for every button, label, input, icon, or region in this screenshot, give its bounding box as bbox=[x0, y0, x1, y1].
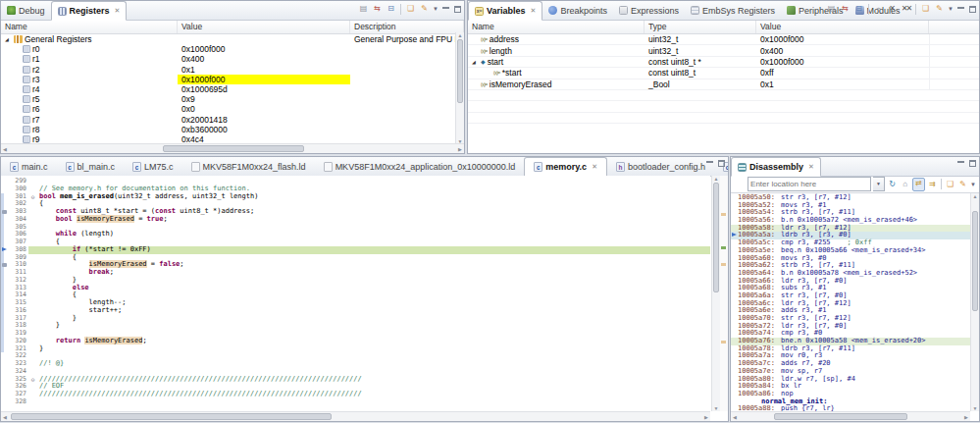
annotation-ruler[interactable] bbox=[1, 200, 10, 208]
annotation-ruler[interactable] bbox=[1, 231, 10, 238]
minimize-icon[interactable] bbox=[441, 5, 450, 14]
column-header-value[interactable]: Value bbox=[756, 21, 929, 33]
remove-icon[interactable]: ✕ bbox=[887, 3, 898, 15]
code-line[interactable]: 301⊖bool mem_is_erased(uint32_t address,… bbox=[1, 193, 710, 201]
variable-row[interactable]: (x)=*startconst uint8_t0xff bbox=[468, 68, 979, 79]
disassembly-listing[interactable]: 10005a50:str r3, [r7, #12]10005a52:movs … bbox=[731, 193, 970, 411]
scroll-up-icon[interactable]: ▲ bbox=[971, 193, 979, 199]
editor-tab-mkv58f1m0xx24-flash-ld[interactable]: MKV58F1M0xx24_flash.ld bbox=[182, 157, 315, 176]
show-type-names-icon[interactable]: ▤ bbox=[826, 3, 837, 15]
minimize-icon[interactable] bbox=[956, 5, 965, 14]
tab-breakpoints[interactable]: Breakpoints bbox=[542, 1, 613, 20]
editor-vertical-scrollbar[interactable]: ▲ ▼ bbox=[711, 176, 720, 411]
editor-horizontal-scrollbar[interactable]: ◀ ▶ bbox=[1, 411, 710, 421]
editor-tab-bl-main-c[interactable]: cbl_main.c bbox=[57, 157, 125, 176]
tab-variables[interactable]: x=Variables✕ bbox=[468, 1, 542, 21]
registers-horizontal-scrollbar[interactable]: ◀ ▶ bbox=[1, 143, 464, 153]
maximize-icon[interactable] bbox=[453, 5, 462, 14]
fold-toggle-icon[interactable]: ⊖ bbox=[28, 193, 37, 201]
tab-expressions[interactable]: Expressions bbox=[613, 1, 685, 20]
column-header-description[interactable]: Description bbox=[350, 21, 464, 33]
register-row[interactable]: r60x0 bbox=[1, 104, 464, 114]
maximize-icon[interactable] bbox=[968, 5, 977, 14]
expand-toggle-icon[interactable]: ◢ bbox=[472, 59, 479, 65]
code-line[interactable]: 313 else bbox=[1, 285, 710, 292]
editor-tab-mkv58f1m0xx24-application-0x10000000-ld[interactable]: MKV58F1M0xx24_application_0x10000000.ld bbox=[315, 157, 525, 176]
code-text[interactable]: return isMemoryErased; bbox=[37, 338, 710, 345]
variable-row[interactable]: (x)=isMemoryErased_Bool0x1 bbox=[468, 79, 979, 90]
line-number[interactable]: 328 bbox=[10, 398, 28, 406]
annotation-ruler[interactable] bbox=[1, 330, 10, 338]
column-header-value[interactable]: Value bbox=[178, 21, 350, 33]
annotation-ruler[interactable] bbox=[1, 246, 10, 254]
layout-icon[interactable]: ▤ bbox=[358, 3, 369, 15]
code-line[interactable]: 308 if (*start != 0xFF) bbox=[1, 246, 710, 254]
show-source-icon[interactable]: ⇉ bbox=[927, 179, 938, 190]
register-row[interactable]: r50x9 bbox=[1, 94, 464, 104]
collapse-all-icon[interactable]: ⊟ bbox=[386, 3, 396, 15]
code-text[interactable] bbox=[37, 398, 710, 406]
code-text[interactable]: //! @} bbox=[37, 360, 710, 368]
new-view-icon[interactable]: ❏ bbox=[945, 179, 955, 190]
close-icon[interactable]: ✕ bbox=[531, 7, 537, 15]
code-text[interactable] bbox=[37, 352, 710, 360]
scroll-left-icon[interactable]: ◀ bbox=[1, 146, 9, 152]
pin-view-icon[interactable]: ✎ bbox=[934, 3, 945, 15]
collapse-all-icon[interactable]: ⊟ bbox=[853, 3, 864, 15]
register-row[interactable]: r30x1000f000 bbox=[1, 75, 464, 84]
scroll-down-icon[interactable]: ▼ bbox=[712, 405, 720, 411]
view-menu-icon[interactable]: ▼ bbox=[948, 6, 954, 12]
view-menu-icon[interactable]: ▼ bbox=[433, 6, 438, 12]
column-header-name[interactable]: Name bbox=[1, 21, 178, 33]
scroll-up-icon[interactable]: ▲ bbox=[712, 176, 720, 182]
scroll-up-icon[interactable]: ▲ bbox=[456, 32, 464, 38]
code-text[interactable]: { bbox=[37, 291, 710, 299]
annotation-ruler[interactable] bbox=[1, 360, 10, 368]
code-line[interactable]: 327/////////////////////////////////////… bbox=[1, 391, 710, 398]
variable-row[interactable]: (x)=lengthuint32_t0x400 bbox=[468, 45, 979, 56]
annotation-ruler[interactable] bbox=[1, 307, 10, 315]
tab-disassembly[interactable]: Disassembly ✕ bbox=[731, 157, 821, 177]
tab-debug[interactable]: Debug bbox=[1, 1, 51, 20]
code-text[interactable]: ////////////////////////////////////////… bbox=[37, 376, 710, 384]
code-text[interactable]: bool mem_is_erased(uint32_t address, uin… bbox=[37, 193, 710, 201]
annotation-ruler[interactable] bbox=[1, 383, 10, 391]
close-icon[interactable]: ✕ bbox=[808, 163, 814, 171]
sync-active-context-icon[interactable]: ⇄ bbox=[912, 178, 925, 191]
maximize-icon[interactable] bbox=[968, 159, 977, 168]
annotation-ruler[interactable] bbox=[1, 315, 10, 323]
annotation-ruler[interactable] bbox=[1, 398, 10, 406]
code-text[interactable]: else bbox=[37, 285, 710, 292]
annotation-ruler[interactable] bbox=[1, 193, 10, 201]
occurrence-mark[interactable] bbox=[721, 213, 726, 216]
close-icon[interactable]: ✕ bbox=[115, 7, 121, 15]
scroll-left-icon[interactable]: ◀ bbox=[731, 414, 739, 420]
fold-toggle-icon[interactable]: ⊖ bbox=[28, 376, 37, 384]
scroll-right-icon[interactable]: ▶ bbox=[456, 146, 464, 152]
code-line[interactable]: 323//! @} bbox=[1, 360, 710, 368]
editor-tab-bootloader-config-h[interactable]: hbootloader_config.h bbox=[607, 157, 714, 176]
register-row[interactable]: ◢General RegistersGeneral Purpose and FP… bbox=[1, 34, 464, 44]
code-text[interactable]: if (*start != 0xFF) bbox=[37, 246, 710, 254]
register-row[interactable]: r40x1000695d bbox=[1, 84, 464, 94]
annotation-ruler[interactable] bbox=[1, 178, 10, 185]
annotation-ruler[interactable] bbox=[1, 322, 10, 330]
scroll-left-icon[interactable]: ◀ bbox=[1, 414, 9, 420]
annotation-ruler[interactable] bbox=[1, 254, 10, 262]
annotation-ruler[interactable] bbox=[1, 238, 10, 246]
pin-view-icon[interactable]: ✎ bbox=[419, 3, 430, 15]
occurrence-mark[interactable] bbox=[721, 263, 726, 266]
scroll-right-icon[interactable]: ▶ bbox=[702, 414, 710, 420]
register-row[interactable]: r10x400 bbox=[1, 54, 464, 64]
chevron-down-icon[interactable]: ▼ bbox=[873, 177, 885, 191]
code-text[interactable]: bool isMemoryErased = true; bbox=[37, 216, 710, 224]
show-columns-icon[interactable]: ⇆ bbox=[372, 3, 383, 15]
variable-row[interactable]: ◢◆startconst uint8_t *0x1000f000 bbox=[468, 57, 979, 68]
annotation-ruler[interactable] bbox=[1, 277, 10, 285]
column-header-type[interactable]: Type bbox=[645, 21, 756, 33]
annotation-ruler[interactable] bbox=[1, 291, 10, 299]
home-icon[interactable]: ⌂ bbox=[900, 179, 910, 190]
annotation-ruler[interactable] bbox=[1, 216, 10, 224]
annotation-ruler[interactable] bbox=[1, 368, 10, 376]
code-line[interactable]: 312 } bbox=[1, 277, 710, 285]
